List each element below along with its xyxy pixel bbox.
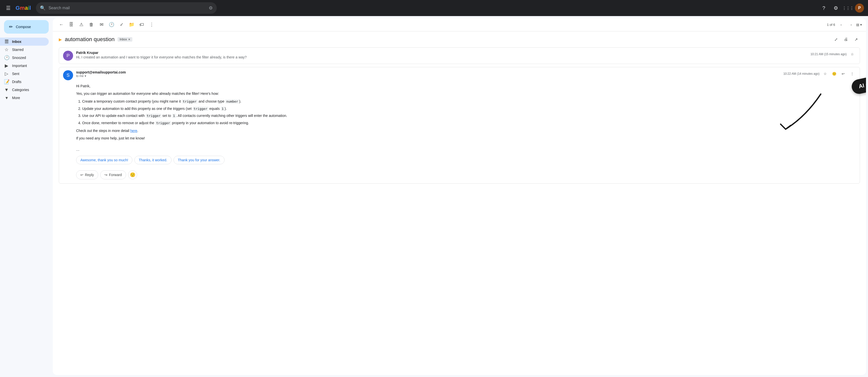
avatar-2: S — [63, 70, 73, 80]
labels-button[interactable]: 🏷 — [137, 20, 146, 29]
email-preview-1: Hi, I created an automation and I want t… — [76, 55, 807, 59]
more-icon: ▾ — [4, 95, 9, 101]
report-spam-button[interactable]: ⚠ — [77, 20, 86, 29]
sidebar-item-label: Inbox — [12, 40, 45, 44]
add-task-button[interactable]: ✓ — [117, 20, 126, 29]
sidebar-item-drafts[interactable]: 📝 Drafts — [0, 78, 49, 86]
email-message-header-1[interactable]: P Patrik Krupar Hi, I created an automat… — [59, 48, 860, 64]
view-icon: ▤ — [856, 23, 859, 27]
help-icon[interactable]: ? — [819, 3, 829, 13]
sidebar-item-label: Snoozed — [12, 56, 45, 60]
delete-button[interactable]: 🗑 — [87, 20, 96, 29]
reply-btn-icon: ↩ — [81, 173, 83, 177]
forward-button[interactable]: ↪ Forward — [100, 170, 126, 179]
smart-replies: Awesome, thank you so much! Thanks, it w… — [59, 156, 860, 168]
email-ellipsis[interactable]: ··· — [59, 147, 860, 156]
snooze-button[interactable]: 🕐 — [107, 20, 116, 29]
open-in-new-icon[interactable]: ↗ — [852, 35, 860, 43]
email-meta-right-1: 10:21 AM (15 minutes ago) ☆ — [810, 51, 856, 58]
important-icon: ▶ — [4, 63, 9, 68]
email-message-header-2[interactable]: S support@emailsupportai.com to me ▾ 10:… — [59, 67, 860, 83]
avatar-1: P — [63, 51, 73, 61]
gmail-logo: Gmail — [16, 5, 31, 11]
search-bar[interactable]: 🔍 ⚙ — [36, 2, 217, 14]
email-to-2: to me ▾ — [76, 74, 780, 78]
drafts-icon: 📝 — [4, 79, 9, 84]
view-toggle[interactable]: ▤ ▾ — [856, 23, 862, 27]
forward-label: Forward — [109, 173, 122, 177]
settings-icon[interactable]: ⚙ — [831, 3, 841, 13]
email-link-text: Check out the steps in more detail here. — [76, 128, 856, 133]
chevron-down-icon[interactable]: ▾ — [85, 74, 86, 78]
thread-header: ▶ automation question Inbox ✕ ⤢ 🖨 ↗ — [59, 35, 860, 43]
sender-name-2: support@emailsupportai.com — [76, 70, 780, 74]
thread-title: automation question — [65, 36, 115, 43]
avatar[interactable]: P — [855, 3, 864, 12]
step-1: Create a temporary custom contact proper… — [82, 99, 856, 104]
compose-label: Compose — [16, 25, 31, 29]
move-to-button[interactable]: 📁 — [127, 20, 136, 29]
star-icon: ☆ — [4, 47, 9, 53]
email-meta-right-2: 10:22 AM (14 minutes ago) ☆ 🙂 ↩ ⋮ — [783, 70, 856, 77]
sender-info-1: Patrik Krupar Hi, I created an automatio… — [76, 51, 807, 59]
sent-icon: ▷ — [4, 71, 9, 76]
view-chevron: ▾ — [860, 23, 862, 27]
sidebar-item-starred[interactable]: ☆ Starred — [0, 46, 49, 54]
reply-bar: ↩ Reply ↪ Forward 🙂 — [59, 168, 860, 183]
step-2: Update your automation to add this prope… — [82, 106, 856, 112]
reply-icon-2[interactable]: ↩ — [840, 70, 847, 77]
mark-unread-button[interactable]: ✉ — [97, 20, 106, 29]
emoji-icon-2[interactable]: 🙂 — [831, 70, 838, 77]
search-icon: 🔍 — [40, 5, 45, 11]
reply-button[interactable]: ↩ Reply — [76, 170, 98, 179]
star-icon-2[interactable]: ☆ — [822, 70, 829, 77]
compose-button[interactable]: ✏ Compose — [4, 20, 49, 34]
email-timestamp-2: 10:22 AM (14 minutes ago) — [783, 72, 819, 75]
topbar-right: ? ⚙ ⋮⋮⋮ P — [819, 3, 864, 13]
inbox-chip[interactable]: Inbox ✕ — [118, 37, 132, 42]
search-options-icon[interactable]: ⚙ — [209, 5, 213, 11]
sidebar-item-sent[interactable]: ▷ Sent — [0, 70, 49, 78]
sidebar-item-label: Sent — [12, 72, 45, 76]
back-button[interactable]: ← — [57, 20, 66, 29]
inbox-chip-label: Inbox — [120, 38, 127, 41]
smart-reply-1[interactable]: Awesome, thank you so much! — [76, 156, 132, 164]
main-layout: ✏ Compose ☰ Inbox ☆ Starred 🕐 Snoozed ▶ … — [0, 16, 868, 377]
pagination-next[interactable]: › — [847, 21, 855, 29]
email-link[interactable]: here — [130, 129, 137, 133]
sidebar-item-inbox[interactable]: ☰ Inbox — [0, 38, 49, 46]
email-greeting: Hi Patrik, — [76, 83, 856, 89]
inbox-chip-close[interactable]: ✕ — [128, 38, 130, 41]
more-icon-2[interactable]: ⋮ — [849, 70, 856, 77]
sidebar-item-important[interactable]: ▶ Important — [0, 62, 49, 70]
step-3: Use our API to update each contact with … — [82, 113, 856, 118]
thread-label-arrow: ▶ — [59, 37, 62, 42]
sidebar-item-label: Drafts — [12, 80, 45, 84]
emoji-reaction-button[interactable]: 🙂 — [128, 170, 137, 179]
smart-reply-2[interactable]: Thanks, it worked. — [134, 156, 172, 164]
sender-info-2: support@emailsupportai.com to me ▾ — [76, 70, 780, 78]
apps-icon[interactable]: ⋮⋮⋮ — [843, 3, 853, 13]
email-intro: Yes, you can trigger an automation for e… — [76, 91, 856, 96]
smart-reply-3[interactable]: Thank you for your answer. — [174, 156, 224, 164]
email-toolbar: ← 🗄 ⚠ 🗑 ✉ 🕐 ✓ 📁 🏷 ⋮ 1 of 6 ‹ › ▤ ▾ — [53, 18, 866, 31]
more-button[interactable]: ⋮ — [147, 20, 156, 29]
pagination-prev[interactable]: ‹ — [837, 21, 845, 29]
compose-icon: ✏ — [9, 24, 13, 30]
sidebar-item-more[interactable]: ▾ More — [0, 94, 49, 102]
sidebar-item-snoozed[interactable]: 🕐 Snoozed — [0, 54, 49, 62]
sidebar: ✏ Compose ☰ Inbox ☆ Starred 🕐 Snoozed ▶ … — [0, 16, 53, 377]
categories-icon: ▼ — [4, 87, 9, 93]
email-body-2: Hi Patrik, Yes, you can trigger an autom… — [59, 83, 860, 147]
inbox-icon: ☰ — [4, 39, 9, 44]
print-icon[interactable]: 🖨 — [842, 35, 850, 43]
search-input[interactable] — [49, 6, 206, 10]
collapse-icon[interactable]: ⤢ — [832, 35, 840, 43]
topbar: ☰ Gmail 🔍 ⚙ ? ⚙ ⋮⋮⋮ P — [0, 0, 868, 16]
sidebar-item-categories[interactable]: ▼ Categories — [0, 86, 49, 94]
archive-button[interactable]: 🗄 — [67, 20, 76, 29]
thread-header-actions: ⤢ 🖨 ↗ — [832, 35, 860, 43]
star-icon-1[interactable]: ☆ — [849, 51, 856, 58]
menu-icon[interactable]: ☰ — [4, 3, 12, 13]
thread-view: ▶ automation question Inbox ✕ ⤢ 🖨 ↗ P Pa… — [53, 31, 866, 375]
